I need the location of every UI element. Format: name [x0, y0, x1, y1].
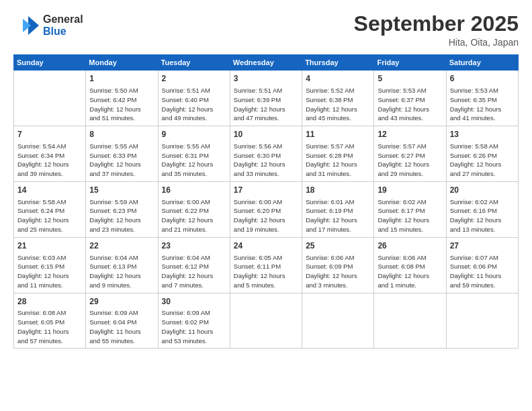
logo-text: General Blue [43, 13, 83, 37]
day-info: Sunrise: 6:09 AMSunset: 6:02 PMDaylight:… [162, 308, 226, 345]
calendar-cell: 7Sunrise: 5:54 AMSunset: 6:34 PMDaylight… [14, 126, 86, 182]
calendar-cell [14, 71, 86, 126]
calendar-cell: 9Sunrise: 5:55 AMSunset: 6:31 PMDaylight… [158, 126, 230, 182]
calendar-cell: 23Sunrise: 6:04 AMSunset: 6:12 PMDayligh… [158, 237, 230, 293]
day-number: 12 [378, 129, 442, 140]
calendar-cell [302, 293, 374, 349]
day-number: 13 [450, 129, 515, 140]
day-number: 24 [234, 240, 298, 252]
calendar-cell: 4Sunrise: 5:52 AMSunset: 6:38 PMDaylight… [302, 71, 374, 126]
day-number: 18 [306, 185, 370, 196]
week-row-2: 7Sunrise: 5:54 AMSunset: 6:34 PMDaylight… [14, 126, 519, 182]
day-info: Sunrise: 5:57 AMSunset: 6:27 PMDaylight:… [378, 142, 442, 179]
calendar-cell: 12Sunrise: 5:57 AMSunset: 6:27 PMDayligh… [374, 126, 446, 182]
day-info: Sunrise: 5:51 AMSunset: 6:39 PMDaylight:… [234, 86, 298, 123]
day-info: Sunrise: 6:05 AMSunset: 6:11 PMDaylight:… [234, 253, 298, 290]
calendar-cell: 19Sunrise: 6:02 AMSunset: 6:17 PMDayligh… [374, 181, 446, 237]
calendar-cell: 30Sunrise: 6:09 AMSunset: 6:02 PMDayligh… [158, 293, 230, 349]
col-wednesday: Wednesday [230, 55, 302, 71]
title-block: September 2025 Hita, Oita, Japan [354, 12, 519, 48]
day-info: Sunrise: 5:55 AMSunset: 6:31 PMDaylight:… [162, 142, 226, 179]
day-number: 28 [17, 296, 82, 308]
day-number: 15 [89, 185, 154, 196]
day-info: Sunrise: 6:03 AMSunset: 6:15 PMDaylight:… [17, 253, 82, 290]
day-number: 19 [378, 185, 442, 196]
day-number: 17 [234, 185, 298, 196]
day-info: Sunrise: 5:56 AMSunset: 6:30 PMDaylight:… [234, 142, 298, 179]
day-number: 4 [306, 73, 370, 85]
day-number: 23 [162, 240, 226, 252]
day-number: 9 [162, 129, 226, 140]
calendar-cell: 29Sunrise: 6:09 AMSunset: 6:04 PMDayligh… [86, 293, 158, 349]
col-tuesday: Tuesday [158, 55, 230, 71]
day-info: Sunrise: 5:59 AMSunset: 6:23 PMDaylight:… [89, 197, 154, 234]
day-number: 22 [89, 240, 154, 252]
day-info: Sunrise: 5:53 AMSunset: 6:35 PMDaylight:… [450, 86, 515, 123]
day-info: Sunrise: 6:09 AMSunset: 6:04 PMDaylight:… [89, 308, 154, 345]
day-number: 10 [234, 129, 298, 140]
day-number: 26 [378, 240, 442, 252]
day-info: Sunrise: 6:07 AMSunset: 6:06 PMDaylight:… [450, 253, 515, 290]
col-sunday: Sunday [14, 55, 86, 71]
calendar-cell: 16Sunrise: 6:00 AMSunset: 6:22 PMDayligh… [158, 181, 230, 237]
day-info: Sunrise: 5:58 AMSunset: 6:24 PMDaylight:… [17, 197, 82, 234]
calendar-cell: 13Sunrise: 5:58 AMSunset: 6:26 PMDayligh… [446, 126, 518, 182]
day-number: 2 [162, 73, 226, 85]
day-number: 11 [306, 129, 370, 140]
calendar-cell: 17Sunrise: 6:00 AMSunset: 6:20 PMDayligh… [230, 181, 302, 237]
day-info: Sunrise: 5:58 AMSunset: 6:26 PMDaylight:… [450, 142, 515, 179]
week-row-3: 14Sunrise: 5:58 AMSunset: 6:24 PMDayligh… [14, 181, 519, 237]
calendar-cell: 5Sunrise: 5:53 AMSunset: 6:37 PMDaylight… [374, 71, 446, 126]
calendar-header-row: Sunday Monday Tuesday Wednesday Thursday… [14, 55, 519, 71]
logo-general-text: General [43, 13, 83, 26]
calendar-cell: 20Sunrise: 6:02 AMSunset: 6:16 PMDayligh… [446, 181, 518, 237]
day-info: Sunrise: 6:01 AMSunset: 6:19 PMDaylight:… [306, 197, 370, 234]
calendar-cell: 11Sunrise: 5:57 AMSunset: 6:28 PMDayligh… [302, 126, 374, 182]
calendar-cell: 14Sunrise: 5:58 AMSunset: 6:24 PMDayligh… [14, 181, 86, 237]
calendar-cell: 8Sunrise: 5:55 AMSunset: 6:33 PMDaylight… [86, 126, 158, 182]
week-row-5: 28Sunrise: 6:08 AMSunset: 6:05 PMDayligh… [14, 293, 519, 349]
calendar-cell: 27Sunrise: 6:07 AMSunset: 6:06 PMDayligh… [446, 237, 518, 293]
calendar-cell: 24Sunrise: 6:05 AMSunset: 6:11 PMDayligh… [230, 237, 302, 293]
day-info: Sunrise: 6:06 AMSunset: 6:09 PMDaylight:… [306, 253, 370, 290]
day-info: Sunrise: 6:04 AMSunset: 6:13 PMDaylight:… [89, 253, 154, 290]
day-info: Sunrise: 6:00 AMSunset: 6:20 PMDaylight:… [234, 197, 298, 234]
location-text: Hita, Oita, Japan [354, 37, 519, 48]
calendar-table: Sunday Monday Tuesday Wednesday Thursday… [13, 54, 519, 349]
month-title: September 2025 [354, 12, 519, 36]
calendar-cell: 15Sunrise: 5:59 AMSunset: 6:23 PMDayligh… [86, 181, 158, 237]
calendar-cell: 6Sunrise: 5:53 AMSunset: 6:35 PMDaylight… [446, 71, 518, 126]
day-info: Sunrise: 5:57 AMSunset: 6:28 PMDaylight:… [306, 142, 370, 179]
day-info: Sunrise: 5:53 AMSunset: 6:37 PMDaylight:… [378, 86, 442, 123]
logo-icon [13, 12, 40, 39]
day-number: 20 [450, 185, 515, 196]
calendar-cell: 1Sunrise: 5:50 AMSunset: 6:42 PMDaylight… [86, 71, 158, 126]
day-info: Sunrise: 6:08 AMSunset: 6:05 PMDaylight:… [17, 308, 82, 345]
week-row-4: 21Sunrise: 6:03 AMSunset: 6:15 PMDayligh… [14, 237, 519, 293]
day-info: Sunrise: 5:51 AMSunset: 6:40 PMDaylight:… [162, 86, 226, 123]
day-number: 27 [450, 240, 515, 252]
day-info: Sunrise: 6:06 AMSunset: 6:08 PMDaylight:… [378, 253, 442, 290]
day-number: 21 [17, 240, 82, 252]
col-thursday: Thursday [302, 55, 374, 71]
day-number: 5 [378, 73, 442, 85]
calendar-cell: 28Sunrise: 6:08 AMSunset: 6:05 PMDayligh… [14, 293, 86, 349]
col-saturday: Saturday [446, 55, 518, 71]
day-number: 16 [162, 185, 226, 196]
logo: General Blue [13, 12, 83, 39]
calendar-cell [230, 293, 302, 349]
day-number: 3 [234, 73, 298, 85]
calendar-cell: 10Sunrise: 5:56 AMSunset: 6:30 PMDayligh… [230, 126, 302, 182]
calendar-cell [446, 293, 518, 349]
page-header: General Blue September 2025 Hita, Oita, … [13, 12, 519, 48]
calendar-cell: 18Sunrise: 6:01 AMSunset: 6:19 PMDayligh… [302, 181, 374, 237]
day-info: Sunrise: 6:02 AMSunset: 6:16 PMDaylight:… [450, 197, 515, 234]
day-number: 1 [89, 73, 154, 85]
calendar-cell: 22Sunrise: 6:04 AMSunset: 6:13 PMDayligh… [86, 237, 158, 293]
day-info: Sunrise: 5:52 AMSunset: 6:38 PMDaylight:… [306, 86, 370, 123]
logo-blue-text: Blue [43, 26, 83, 38]
day-number: 25 [306, 240, 370, 252]
day-number: 6 [450, 73, 515, 85]
col-monday: Monday [86, 55, 158, 71]
col-friday: Friday [374, 55, 446, 71]
